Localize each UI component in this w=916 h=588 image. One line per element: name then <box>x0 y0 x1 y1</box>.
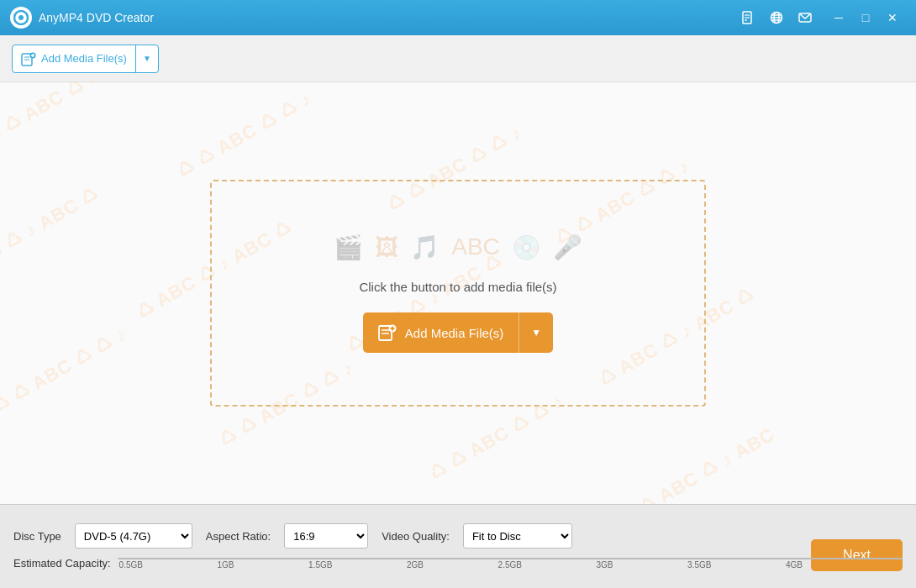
titlebar-icon-buttons <box>734 6 819 29</box>
video-quality-label: Video Quality: <box>382 530 450 543</box>
capacity-bar <box>118 558 903 559</box>
add-media-large-button[interactable]: Add Media File(s) ▼ <box>363 312 553 353</box>
svg-point-1 <box>18 15 24 20</box>
toolbar: Add Media File(s) ▼ <box>0 35 916 82</box>
add-media-btn-main: Add Media File(s) <box>13 45 136 72</box>
drop-zone-text: Click the button to add media file(s) <box>359 280 556 294</box>
aspect-ratio-select[interactable]: 16:9 4:3 <box>284 523 368 549</box>
add-media-dropdown-arrow[interactable]: ▼ <box>136 45 158 72</box>
music-icon: 🎵 <box>410 234 440 261</box>
drop-zone-icons: 🎬 🖼 🎵 ABC 💿 🎤 <box>334 234 582 261</box>
image-icon: 🖼 <box>375 234 398 261</box>
add-media-toolbar-button[interactable]: Add Media File(s) ▼ <box>12 45 159 73</box>
disc-type-select[interactable]: DVD-5 (4.7G) DVD-9 (8.5G) <box>75 523 192 549</box>
disc-type-label: Disc Type <box>13 530 61 543</box>
main-content: ♺ ♺ ABC ♺ ♺ ♪ ♺ ♺ ABC ♺ ♺ ♪ ♺ ♺ ABC ♺ ♺ … <box>0 82 916 504</box>
estimated-capacity-label: Estimated Capacity: <box>13 557 111 570</box>
mic-icon: 🎤 <box>553 234 582 261</box>
titlebar-globe-icon[interactable] <box>763 6 790 29</box>
video-quality-select[interactable]: Fit to Disc High Medium Low <box>463 523 572 549</box>
dvd-icon: 💿 <box>512 234 541 261</box>
minimize-button[interactable]: ─ <box>825 6 852 29</box>
capacity-row: Estimated Capacity: 0.5GB 1GB 1.5GB 2GB … <box>13 557 903 570</box>
drop-zone: 🎬 🖼 🎵 ABC 💿 🎤 Click the button to add me… <box>210 180 706 407</box>
add-media-large-btn-main: Add Media File(s) <box>363 312 520 353</box>
app-logo <box>10 7 32 29</box>
add-media-large-label: Add Media File(s) <box>405 326 504 340</box>
text-icon: ABC <box>451 234 500 261</box>
titlebar-doc-icon[interactable] <box>734 6 761 29</box>
titlebar-support-icon[interactable] <box>792 6 819 29</box>
bottom-controls-row: Disc Type DVD-5 (4.7G) DVD-9 (8.5G) Aspe… <box>13 523 903 549</box>
capacity-ticks: 0.5GB 1GB 1.5GB 2GB 2.5GB 3GB 3.5GB 4GB … <box>118 560 903 570</box>
close-button[interactable]: ✕ <box>879 6 906 29</box>
film-icon: 🎬 <box>334 234 363 261</box>
add-media-large-arrow[interactable]: ▼ <box>519 312 553 353</box>
titlebar: AnyMP4 DVD Creator <box>0 0 916 35</box>
app-title: AnyMP4 DVD Creator <box>39 11 734 24</box>
aspect-ratio-label: Aspect Ratio: <box>206 530 271 543</box>
bottom-bar: Disc Type DVD-5 (4.7G) DVD-9 (8.5G) Aspe… <box>0 504 916 588</box>
next-button[interactable]: Next <box>811 539 903 571</box>
maximize-button[interactable]: □ <box>852 6 879 29</box>
add-media-label: Add Media File(s) <box>41 52 127 65</box>
